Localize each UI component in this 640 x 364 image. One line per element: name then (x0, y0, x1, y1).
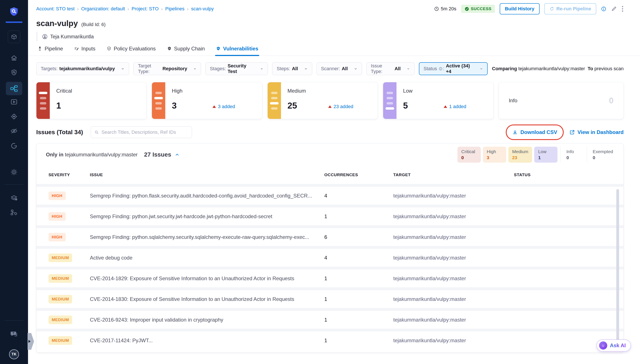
filter-scanner[interactable]: Scanner:All (317, 62, 362, 75)
tab-pipeline[interactable]: Pipeline (38, 46, 63, 56)
issue-title: Semgrep Finding: python.jwt.security.jwt… (90, 214, 324, 220)
occurrences-value: 1 (324, 276, 393, 282)
group-issue-count: 27 Issues (144, 151, 171, 158)
table-row[interactable]: HIGH Semgrep Finding: python.sqlalchemy.… (37, 225, 623, 246)
table-header: SEVERITY ISSUE OCCURRENCES TARGET STATUS (37, 166, 623, 184)
avatar-initials: TK (12, 352, 17, 356)
sidebar-item-pipelines[interactable] (6, 82, 22, 95)
kebab-menu-icon[interactable] (621, 6, 624, 12)
breadcrumb-project[interactable]: Project: STO (132, 6, 159, 12)
col-severity: SEVERITY (49, 172, 90, 177)
severity-level-icon (268, 82, 281, 119)
build-history-button[interactable]: Build History (500, 3, 539, 14)
issues-total-title: Issues (Total 34) (36, 129, 83, 136)
filter-stages[interactable]: Stages:Security Test (205, 62, 268, 75)
chip-info: Info0 (560, 147, 584, 162)
issue-title: CVE-2014-1830: Exposure of Sensitive Inf… (90, 296, 324, 302)
table-row[interactable]: MEDIUM CVE-2016-9243: Improper input val… (37, 308, 623, 329)
org-setup-icon[interactable] (10, 209, 18, 216)
tab-supply-chain[interactable]: Supply Chain (167, 46, 205, 56)
table-row[interactable]: HIGH Semgrep Finding: python.jwt.securit… (37, 204, 623, 225)
medium-count: 25 (287, 101, 297, 110)
chevron-down-icon (121, 67, 125, 71)
severity-card-low[interactable]: Low 5 1 added (383, 82, 493, 119)
filter-status[interactable]: Status :Active (34) +4 (419, 62, 488, 75)
help-chat-icon[interactable]: ? (10, 330, 18, 338)
status-badge: SUCCESS (461, 5, 495, 13)
filter-targets[interactable]: Targets:tejakummarikuntla/vulpy (36, 62, 129, 75)
triangle-up-icon (444, 105, 447, 108)
breadcrumb-current[interactable]: scan-vulpy (191, 6, 214, 12)
search-input[interactable] (102, 130, 189, 135)
project-setup-icon[interactable] (10, 194, 18, 202)
vertical-scrollbar[interactable] (616, 189, 619, 341)
sidebar: ? TK (0, 0, 28, 364)
sidebar-divider (5, 320, 23, 321)
module-cube-icon[interactable] (8, 30, 20, 43)
severity-card-high[interactable]: High 3 3 added (152, 82, 262, 119)
table-row[interactable]: MEDIUM Active debug code 4 tejakummariku… (37, 246, 623, 267)
issue-title: CVE-2017-11424: PyJWT... (90, 338, 324, 344)
refresh-icon (549, 6, 554, 11)
rerun-pipeline-button[interactable]: Re-run Pipeline (544, 3, 596, 14)
table-row[interactable]: MEDIUM CVE-2014-1830: Exposure of Sensit… (37, 287, 623, 308)
tab-inputs[interactable]: Inputs (74, 46, 95, 56)
tab-vulnerabilities[interactable]: Vulnerabilities (216, 46, 258, 56)
download-icon (512, 130, 518, 135)
occurrences-value: 4 (324, 255, 393, 261)
table-row[interactable]: MEDIUM CVE-2017-11424: PyJWT... 1 tejaku… (37, 329, 623, 349)
filter-target-type[interactable]: Target Type:Repository (133, 62, 201, 75)
pipeline-icon (38, 46, 42, 51)
medium-added: 23 added (328, 104, 353, 110)
target-value: tejakummarikuntla/vulpy:master (393, 338, 514, 344)
executions-play-icon[interactable] (10, 98, 18, 106)
tab-policy-evaluations[interactable]: Policy Evaluations (107, 46, 156, 56)
download-csv-button[interactable]: Download CSV (512, 129, 557, 135)
info-count: 0 (609, 96, 613, 105)
inputs-icon (74, 46, 79, 51)
severity-card-critical[interactable]: Critical 1 (36, 82, 147, 119)
getting-started-icon[interactable] (10, 142, 18, 150)
page-title: scan-vulpy (36, 19, 78, 28)
chevron-down-icon (480, 67, 483, 71)
home-icon[interactable] (10, 54, 18, 62)
breadcrumb-separator: › (77, 6, 79, 12)
filter-steps[interactable]: Steps:All (272, 62, 312, 75)
severity-card-info[interactable]: Info 0 (499, 82, 624, 119)
breadcrumb-org[interactable]: Organization: default (81, 6, 125, 12)
edit-pencil-icon[interactable] (611, 6, 617, 12)
pipelines-icon (10, 85, 18, 92)
severity-badge: MEDIUM (49, 254, 72, 262)
issues-table-body: HIGH Semgrep Finding: python.flask.secur… (37, 184, 623, 349)
user-avatar[interactable]: TK (9, 349, 19, 359)
severity-card-medium[interactable]: Medium 25 23 added (267, 82, 378, 119)
info-icon (439, 67, 442, 71)
policy-shield-check-icon (107, 46, 111, 51)
targets-icon[interactable] (10, 113, 18, 120)
occurrences-value: 4 (324, 193, 393, 199)
severity-badge: HIGH (49, 233, 66, 242)
view-in-dashboard-button[interactable]: View in Dashboard (569, 129, 624, 135)
eye-off-icon[interactable] (10, 127, 18, 135)
target-value: tejakummarikuntla/vulpy:master (393, 234, 514, 240)
tab-bar: Pipeline Inputs Policy Evaluations Suppl… (28, 41, 640, 56)
scan-shield-icon[interactable] (10, 69, 18, 76)
breadcrumb-account[interactable]: Account: STO test (36, 6, 75, 12)
ask-ai-button[interactable]: Ask AI (596, 340, 631, 352)
topbar: Account: STO test› Organization: default… (28, 0, 640, 18)
severity-badge: MEDIUM (49, 336, 72, 345)
table-row[interactable]: MEDIUM CVE-2014-1829: Exposure of Sensit… (37, 267, 623, 287)
breadcrumb: Account: STO test› Organization: default… (36, 6, 214, 12)
breadcrumb-separator: › (161, 6, 163, 12)
supply-chain-shield-icon (167, 46, 172, 51)
info-icon[interactable] (601, 6, 606, 12)
severity-chip-row: Critical0 High3 Medium23 Low1 Info0 Exem… (455, 147, 617, 162)
issues-search[interactable] (91, 126, 192, 138)
chevron-up-icon[interactable] (175, 152, 180, 157)
sto-shield-logo[interactable] (9, 6, 19, 17)
settings-gear-icon[interactable] (10, 168, 18, 176)
table-row[interactable]: HIGH Semgrep Finding: python.flask.secur… (37, 184, 623, 204)
breadcrumb-pipelines[interactable]: Pipelines (165, 6, 185, 12)
filter-issue-type[interactable]: Issue Type:All (366, 62, 415, 75)
target-value: tejakummarikuntla/vulpy:master (393, 296, 514, 302)
